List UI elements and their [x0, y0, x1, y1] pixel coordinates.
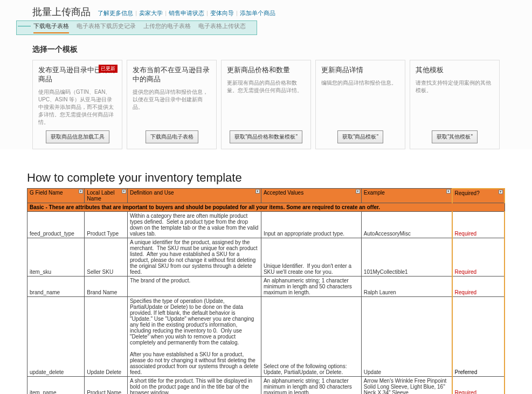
highlight-callout: 下载电子表格电子表格下载历史记录上传您的电子表格电子表格上传状态: [16, 20, 257, 35]
table-row: feed_product_typeProduct TypeWithin a ca…: [27, 212, 505, 238]
table-cell[interactable]: Within a category there are often multip…: [127, 212, 261, 238]
table-cell[interactable]: brand_name: [27, 277, 85, 297]
table-cell[interactable]: Product Type: [85, 212, 128, 238]
filter-icon[interactable]: ▾: [79, 189, 83, 193]
column-header[interactable]: Example▾: [361, 189, 452, 203]
table-cell[interactable]: An alphanumeric string; 1 character mini…: [261, 377, 361, 394]
table-cell[interactable]: A short title for the product. This will…: [127, 377, 261, 394]
table-cell[interactable]: Ralph Lauren: [361, 277, 452, 297]
sub-tab[interactable]: 上传您的电子表格: [143, 22, 191, 32]
table-cell[interactable]: Update Delete: [85, 297, 128, 377]
table-cell[interactable]: item_name: [27, 377, 85, 394]
header-link[interactable]: 添加单个商品: [240, 10, 275, 16]
section-title: 选择一个模板: [32, 45, 500, 54]
card-desc: 请查找支持特定使用案例的其他模板。: [416, 79, 494, 126]
table-cell[interactable]: AutoAccessoryMisc: [361, 212, 452, 238]
card-title: 更新商品详情: [321, 66, 399, 75]
card-button[interactable]: 获取"其他模板": [432, 130, 478, 143]
badge-updated: 已更新: [99, 65, 118, 73]
section-row: Basic - These are attributes that are im…: [27, 203, 505, 212]
table-row: update_deleteUpdate DeleteSpecifies the …: [27, 297, 505, 377]
column-header[interactable]: Accepted Values▾: [261, 189, 361, 203]
column-header[interactable]: G Field Name▾: [27, 189, 85, 203]
table-row: item_skuSeller SKUA unique identifier fo…: [27, 238, 505, 277]
excel-table: G Field Name▾Local Label Name▾Definition…: [27, 188, 505, 394]
table-cell[interactable]: update_delete: [27, 297, 85, 377]
table-cell[interactable]: Required: [452, 212, 505, 238]
table-cell[interactable]: Arrow Men's Wrinkle Free Pinpoint Solid …: [361, 377, 452, 394]
table-cell[interactable]: Preferred: [452, 297, 505, 377]
table-cell[interactable]: Required: [452, 277, 505, 297]
table-cell[interactable]: feed_product_type: [27, 212, 85, 238]
sub-tab[interactable]: 电子表格上传状态: [198, 22, 246, 32]
card-title: 其他模板: [416, 66, 494, 75]
table-cell[interactable]: Update: [361, 297, 452, 377]
sub-tab[interactable]: 下载电子表格: [33, 22, 69, 33]
card-button[interactable]: 获取"商品价格和数量模板": [230, 130, 302, 143]
table-cell[interactable]: The brand of the product.: [127, 277, 261, 297]
table-cell[interactable]: Brand Name: [85, 277, 128, 297]
table-cell[interactable]: An alphanumeric string; 1 character mini…: [261, 277, 361, 297]
header-links: 了解更多信息|卖家大学|销售申请状态|变体向导|添加单个商品: [98, 9, 275, 17]
header-link[interactable]: 了解更多信息: [98, 10, 133, 16]
card-desc: 使用商品编码（GTIN、EAN、UPC、ASIN 等）从亚马逊目录中搜索并添加商…: [38, 88, 116, 126]
template-card: 其他模板请查找支持特定使用案例的其他模板。获取"其他模板": [410, 60, 500, 149]
excel-title: How to complete your inventory template: [27, 171, 505, 185]
column-header[interactable]: Local Label Name▾: [85, 189, 128, 203]
table-cell[interactable]: Seller SKU: [85, 238, 128, 277]
table-cell[interactable]: Required: [452, 377, 505, 394]
page-title: 批量上传商品: [32, 5, 91, 18]
column-header[interactable]: Required?▾: [452, 189, 505, 203]
table-cell[interactable]: Unique Identifier. If you don't enter a …: [261, 238, 361, 277]
table-cell[interactable]: Select one of the following options: Upd…: [261, 297, 361, 377]
template-cards: 已更新发布亚马逊目录中已有的商品使用商品编码（GTIN、EAN、UPC、ASIN…: [32, 60, 500, 149]
card-desc: 提供您的商品详情和报价信息，以便在亚马逊目录中创建新商品。: [133, 88, 211, 126]
filter-icon[interactable]: ▾: [446, 189, 451, 193]
header-link[interactable]: 变体向导: [210, 10, 234, 16]
filter-icon[interactable]: ▾: [499, 190, 503, 194]
column-header[interactable]: Definition and Use▾: [127, 189, 261, 203]
card-title: 发布当前不在亚马逊目录中的商品: [133, 66, 211, 84]
table-row: item_nameProduct NameA short title for t…: [27, 377, 505, 394]
card-desc: 更新现有商品的商品价格和数量。您无需提供任何商品详情。: [227, 79, 305, 126]
card-button[interactable]: 获取"商品模板": [337, 130, 383, 143]
sub-tabs: 下载电子表格电子表格下载历史记录上传您的电子表格电子表格上传状态: [33, 23, 253, 29]
table-cell[interactable]: A unique identifier for the product, ass…: [127, 238, 261, 277]
sub-tab[interactable]: 电子表格下载历史记录: [77, 22, 136, 32]
filter-icon[interactable]: ▾: [122, 189, 126, 193]
table-cell[interactable]: Product Name: [85, 377, 128, 394]
table-cell[interactable]: Required: [452, 238, 505, 277]
filter-icon[interactable]: ▾: [255, 189, 260, 193]
table-row: brand_nameBrand NameThe brand of the pro…: [27, 277, 505, 297]
table-cell[interactable]: Input an appropriate product type.: [261, 212, 361, 238]
table-cell[interactable]: 101MyCollectible1: [361, 238, 452, 277]
template-card: 更新商品价格和数量更新现有商品的商品价格和数量。您无需提供任何商品详情。获取"商…: [221, 60, 311, 149]
header-link[interactable]: 卖家大学: [139, 10, 163, 16]
card-title: 更新商品价格和数量: [227, 66, 305, 75]
template-card: 更新商品详情编辑您的商品详情和报价信息。获取"商品模板": [315, 60, 405, 149]
template-card: 已更新发布亚马逊目录中已有的商品使用商品编码（GTIN、EAN、UPC、ASIN…: [32, 60, 122, 149]
table-cell[interactable]: Specifies the type of operation (Update,…: [127, 297, 261, 377]
card-button[interactable]: 下载商品电子表格: [146, 130, 198, 143]
table-cell[interactable]: item_sku: [27, 238, 85, 277]
filter-icon[interactable]: ▾: [356, 189, 360, 193]
card-desc: 编辑您的商品详情和报价信息。: [321, 79, 399, 126]
header-link[interactable]: 销售申请状态: [169, 10, 204, 16]
template-card: 发布当前不在亚马逊目录中的商品提供您的商品详情和报价信息，以便在亚马逊目录中创建…: [127, 60, 217, 149]
card-button[interactable]: 获取商品信息加载工具: [46, 130, 109, 143]
